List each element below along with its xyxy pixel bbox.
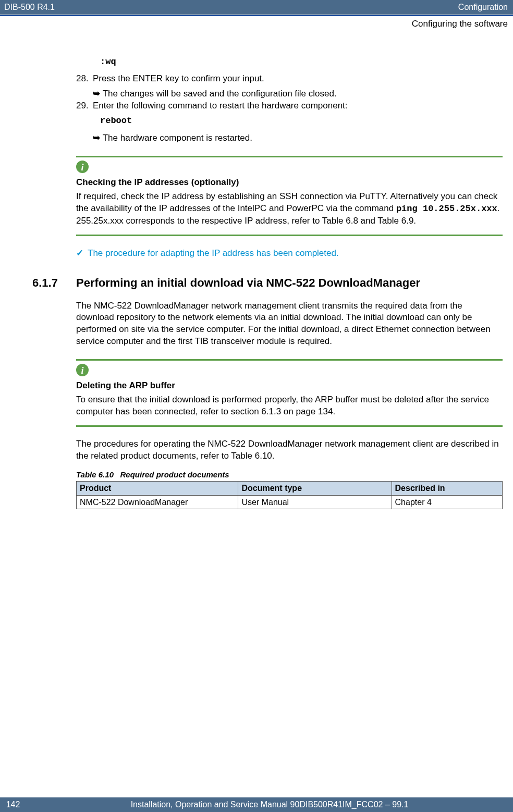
- footer-text: Installation, Operation and Service Manu…: [26, 797, 513, 812]
- header-bar: DIB-500 R4.1 Configuration: [0, 0, 513, 15]
- table-header-row: Product Document type Described in: [77, 482, 503, 496]
- step-28-text: Press the ENTER key to confirm your inpu…: [93, 73, 500, 85]
- th-described: Described in: [392, 482, 502, 496]
- result-arrow-icon: ➥: [93, 89, 103, 99]
- td-product: NMC-522 DownloadManager: [77, 495, 238, 509]
- info-ip-title: Checking the IP addresses (optionally): [76, 177, 503, 189]
- table-caption: Table 6.10 Required product documents: [76, 470, 503, 480]
- td-doctype: User Manual: [238, 495, 392, 509]
- section-number: 6.1.7: [32, 275, 76, 291]
- step-28-result-text: The changes will be saved and the config…: [103, 89, 337, 99]
- section-title: Performing an initial download via NMC-5…: [76, 275, 420, 291]
- header-right: Configuration: [458, 2, 508, 13]
- step-29-number: 29.: [76, 100, 93, 112]
- separator-rule: [76, 235, 503, 236]
- td-described: Chapter 4: [392, 495, 502, 509]
- intro-paragraph: The NMC-522 DownloadManager network mana…: [76, 300, 503, 348]
- page-number: 142: [0, 797, 26, 812]
- info-icon: i: [76, 364, 89, 376]
- info-block-arp: i Deleting the ARP buffer To ensure that…: [76, 364, 503, 418]
- product-documents-table: Product Document type Described in NMC-5…: [76, 481, 503, 509]
- separator-rule: [76, 156, 503, 157]
- step-29-result: ➥ The hardware component is restarted.: [93, 132, 503, 144]
- info-block-ip: i Checking the IP addresses (optionally)…: [76, 161, 503, 227]
- step-29-result-text: The hardware component is restarted.: [103, 133, 252, 143]
- check-icon: ✓: [76, 248, 83, 258]
- step-29-text: Enter the following command to restart t…: [93, 100, 500, 112]
- completion-text: The procedure for adapting the IP addres…: [88, 248, 339, 258]
- code-reboot: reboot: [100, 115, 503, 127]
- separator-rule: [76, 425, 503, 427]
- info-icon: i: [76, 161, 89, 173]
- header-subtitle: Configuring the software: [0, 16, 513, 30]
- step-28-number: 28.: [76, 73, 93, 85]
- separator-rule: [76, 359, 503, 361]
- th-doctype: Document type: [238, 482, 392, 496]
- page-content: :wq 28.Press the ENTER key to confirm yo…: [0, 30, 513, 510]
- table-caption-num: Table 6.10: [76, 470, 114, 479]
- info-arp-title: Deleting the ARP buffer: [76, 380, 503, 392]
- code-wq: :wq: [100, 56, 503, 68]
- step-29: 29.Enter the following command to restar…: [76, 100, 503, 112]
- section-heading: 6.1.7 Performing an initial download via…: [32, 275, 503, 291]
- table-caption-text: Required product documents: [120, 470, 229, 479]
- step-28: 28.Press the ENTER key to confirm your i…: [76, 73, 503, 85]
- th-product: Product: [77, 482, 238, 496]
- result-arrow-icon: ➥: [93, 133, 103, 143]
- completion-line: ✓The procedure for adapting the IP addre…: [76, 248, 503, 260]
- footer-bar: 142 Installation, Operation and Service …: [0, 797, 513, 812]
- step-28-result: ➥ The changes will be saved and the conf…: [93, 88, 503, 100]
- procedures-paragraph: The procedures for operating the NMC-522…: [76, 438, 503, 462]
- table-row: NMC-522 DownloadManager User Manual Chap…: [77, 495, 503, 509]
- info-ip-body: If required, check the IP address by est…: [76, 191, 503, 227]
- header-left: DIB-500 R4.1: [4, 2, 55, 13]
- info-arp-body: To ensure that the initial download is p…: [76, 394, 503, 418]
- info-ip-code: ping 10.255.25x.xxx: [396, 204, 497, 214]
